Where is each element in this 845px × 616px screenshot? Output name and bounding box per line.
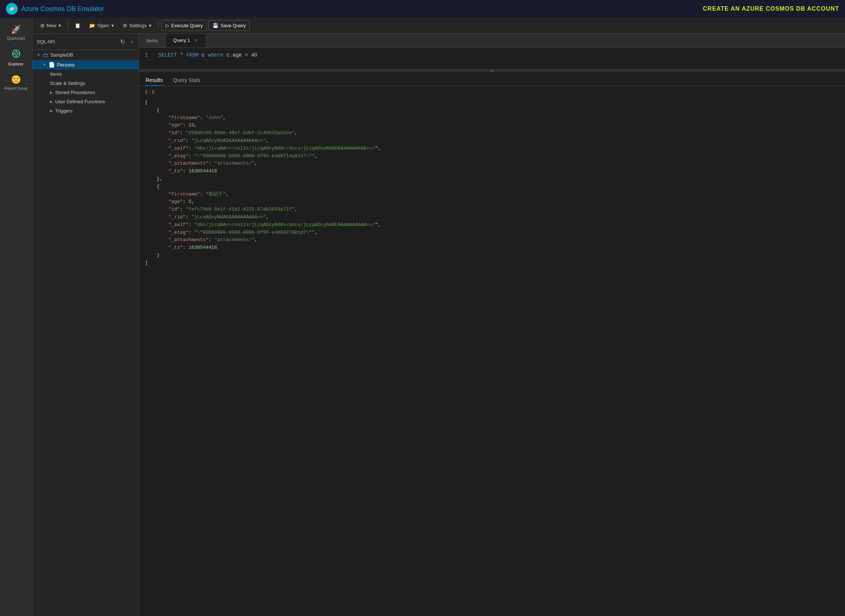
sp-arrow-icon: ▶	[50, 90, 53, 94]
rec1-close-brace: },	[145, 175, 839, 183]
items-tab-label: Items	[146, 38, 158, 43]
line-number: 1	[145, 52, 148, 58]
open-coll-icon: 📋	[75, 23, 81, 28]
execute-icon: ▷	[166, 23, 169, 28]
scale-settings-label: Scale & Settings	[50, 81, 85, 86]
triggers-arrow-icon: ▶	[50, 109, 53, 113]
svg-point-1	[15, 52, 18, 55]
collapse-button[interactable]: ‹	[129, 38, 134, 46]
rec1-age: "age": 23,	[145, 122, 839, 129]
query1-tab[interactable]: Query 1 ✕	[166, 34, 206, 47]
results-count: 1 - 2	[139, 86, 845, 97]
json-viewer[interactable]: [ { "firstname": "John", "age": 23, "id"…	[139, 97, 845, 616]
query1-close-icon[interactable]: ✕	[193, 38, 198, 43]
results-tabs: Results Query Stats	[139, 72, 845, 86]
settings-chevron-icon: ▾	[149, 23, 151, 28]
rec2-ts: "_ts": 1630544416	[145, 244, 839, 252]
rec1-ts: "_ts": 1630544416	[145, 167, 839, 175]
tree-triggers[interactable]: ▶ Triggers	[32, 106, 139, 116]
top-bar: 🪐 Azure Cosmos DB Emulator CREATE AN AZU…	[0, 0, 845, 18]
new-button[interactable]: ⊞ New ▾	[37, 21, 65, 31]
db-name: SampleDB	[50, 52, 73, 58]
explorer-label: Explorer	[9, 62, 24, 66]
rec1-attachments: "_attachments": "attachments/",	[145, 160, 839, 167]
sidebar-header: SQL API ↻ ‹	[32, 34, 139, 50]
rec1-self: "_self": "dbs/jLcqAA==/colls/jLcqAOcyNdA…	[145, 145, 839, 153]
sidebar-header-actions: ↻ ‹	[119, 38, 134, 46]
quickstart-label: Quickstart	[7, 36, 25, 40]
tree-stored-procedures[interactable]: ▶ Stored Procedures	[32, 88, 139, 97]
report-issue-icon: 🙂	[11, 75, 21, 85]
save-icon: 💾	[213, 23, 218, 28]
from-keyword: FROM	[186, 52, 198, 58]
query-stats-tab[interactable]: Query Stats	[172, 75, 201, 86]
cta-text[interactable]: CREATE AN AZURE COSMOS DB ACCOUNT	[703, 6, 839, 12]
quickstart-icon: 🚀	[11, 25, 21, 35]
main-layout: 🚀 Quickstart Explorer 🙂 Report Issue	[0, 18, 845, 616]
json-close-bracket: ]	[145, 260, 839, 267]
tree-collection[interactable]: ▼ 📄 Persons	[32, 60, 139, 69]
tabs-bar: Items Query 1 ✕	[139, 34, 845, 48]
rec1-open-brace: {	[145, 107, 839, 114]
activity-explorer[interactable]: Explorer	[0, 45, 32, 70]
less-than-op: <	[245, 52, 248, 58]
query1-tab-label: Query 1	[173, 38, 190, 43]
udf-arrow-icon: ▶	[50, 100, 53, 104]
rec2-id: "id": "fefc79d6-6e1f-41b2-b235-87db3699a…	[145, 206, 839, 214]
tree-items[interactable]: Items	[32, 69, 139, 79]
new-icon: ⊞	[40, 23, 44, 28]
content-area: ⊞ New ▾ 📋 📂 Open ▾ ⚙ Settings ▾ ▷ Execut	[32, 18, 845, 616]
app-logo: 🪐 Azure Cosmos DB Emulator	[6, 3, 104, 15]
where-keyword: where	[208, 52, 223, 58]
results-tab[interactable]: Results	[145, 75, 164, 86]
rec2-self: "_self": "dbs/jLcqAA==/colls/jLcqAOcyNdA…	[145, 221, 839, 229]
settings-button[interactable]: ⚙ Settings ▾	[119, 21, 155, 31]
open-icon: 📂	[90, 23, 95, 28]
toolbar-sep-1	[68, 21, 68, 30]
rec2-etag: "_etag": "\"00000000-0000-0000-9f95-e4b9…	[145, 229, 839, 237]
sidebar: SQL API ↻ ‹ ▼ 🗃 SampleDB ▼ 📄 Persons	[32, 34, 139, 616]
rec1-etag: "_etag": "\"00000000-0000-0000-9f95-e4b6…	[145, 153, 839, 160]
save-query-button[interactable]: 💾 Save Query	[209, 20, 250, 31]
select-keyword: SELECT	[159, 52, 177, 58]
db-icon: 🗃	[43, 52, 48, 58]
toolbar-sep-2	[158, 21, 159, 30]
explorer-icon	[12, 49, 21, 60]
tree-scale-settings[interactable]: Scale & Settings	[32, 79, 139, 88]
settings-icon: ⚙	[123, 23, 127, 28]
json-open-bracket: [	[145, 99, 839, 107]
rec2-firstname: "firstname": "亜妃子",	[145, 191, 839, 198]
main-panel: Items Query 1 ✕ 1 SELECT * FROM c where	[139, 34, 845, 616]
coll-name: Persons	[57, 62, 75, 67]
toolbar: ⊞ New ▾ 📋 📂 Open ▾ ⚙ Settings ▾ ▷ Execut	[32, 18, 845, 34]
rec1-firstname: "firstname": "John",	[145, 114, 839, 122]
refresh-button[interactable]: ↻	[119, 38, 126, 46]
coll-icon: 📄	[48, 62, 55, 67]
rec1-rid: "_rid": "jLcqAOcyNdADAAAAAAAAAA==",	[145, 137, 839, 145]
execute-query-button[interactable]: ▷ Execute Query	[162, 20, 207, 31]
activity-bar: 🚀 Quickstart Explorer 🙂 Report Issue	[0, 18, 32, 616]
age-value: 40	[251, 52, 257, 58]
rec1-id: "id": "250d6189-66de-49e7-bdbf-2c4d433ab…	[145, 129, 839, 137]
new-chevron-icon: ▾	[59, 23, 61, 28]
db-arrow-icon: ▼	[37, 53, 40, 57]
activity-quickstart[interactable]: 🚀 Quickstart	[0, 21, 32, 45]
items-tab[interactable]: Items	[139, 34, 166, 47]
rec2-age: "age": 5,	[145, 198, 839, 206]
workspace: SQL API ↻ ‹ ▼ 🗃 SampleDB ▼ 📄 Persons	[32, 34, 845, 616]
rec2-rid: "_rid": "jLcqAOcyNdAEAAAAAAAAAA==",	[145, 214, 839, 221]
open-chevron-icon: ▾	[112, 23, 114, 28]
coll-arrow-icon: ▼	[43, 63, 46, 67]
tree-db[interactable]: ▼ 🗃 SampleDB	[32, 50, 139, 60]
rec2-open-brace: {	[145, 183, 839, 191]
tree-udfs[interactable]: ▶ User Defined Functions	[32, 97, 139, 106]
query-editor[interactable]: 1 SELECT * FROM c where c.age < 40	[139, 48, 845, 70]
app-title: Azure Cosmos DB Emulator	[21, 5, 104, 13]
logo-icon: 🪐	[6, 3, 18, 15]
triggers-label: Triggers	[55, 108, 72, 114]
activity-report-issue[interactable]: 🙂 Report Issue	[0, 70, 32, 95]
results-panel: Results Query Stats 1 - 2 [ { "firstname…	[139, 72, 845, 616]
open-button[interactable]: 📂 Open ▾	[86, 21, 118, 31]
sidebar-title: SQL API	[37, 39, 55, 44]
open-collection-button[interactable]: 📋	[71, 21, 84, 31]
